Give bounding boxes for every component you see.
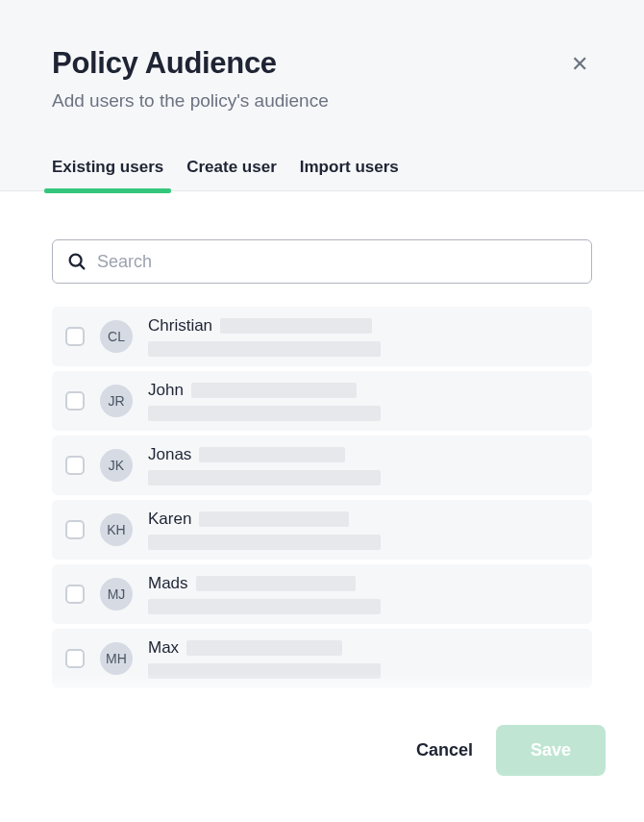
tab-existing-users[interactable]: Existing users — [52, 158, 163, 190]
user-name-line: Karen — [148, 510, 579, 529]
redacted-text — [148, 535, 381, 550]
avatar: JR — [100, 385, 133, 417]
user-checkbox[interactable] — [65, 520, 85, 539]
avatar: KH — [100, 513, 133, 546]
user-name: John — [148, 381, 184, 400]
user-name-line: Jonas — [148, 445, 579, 464]
user-checkbox[interactable] — [65, 391, 85, 411]
redacted-text — [148, 663, 381, 679]
redacted-text — [186, 640, 342, 656]
user-info: Max — [148, 638, 579, 679]
redacted-text — [199, 511, 349, 527]
user-name: Karen — [148, 510, 191, 529]
user-name-line: Christian — [148, 316, 579, 336]
tab-create-user[interactable]: Create user — [186, 158, 277, 190]
search-icon — [66, 251, 87, 272]
cancel-button[interactable]: Cancel — [416, 740, 473, 760]
title-block: Policy Audience Add users to the policy'… — [52, 46, 329, 112]
user-info: Jonas — [148, 445, 579, 486]
page-title: Policy Audience — [52, 46, 329, 81]
header-top: Policy Audience Add users to the policy'… — [52, 46, 592, 112]
redacted-text — [191, 383, 357, 398]
redacted-text — [196, 576, 356, 591]
user-name: Christian — [148, 316, 212, 336]
redacted-text — [220, 318, 372, 334]
user-name: Max — [148, 638, 179, 658]
user-info: Mads — [148, 574, 579, 614]
user-checkbox[interactable] — [65, 649, 85, 668]
user-info: Christian — [148, 316, 579, 357]
user-info: Karen — [148, 510, 579, 550]
tabs: Existing users Create user Import users — [52, 158, 592, 190]
user-row: JK Jonas — [52, 436, 592, 495]
user-checkbox[interactable] — [65, 327, 85, 346]
redacted-text — [148, 599, 381, 614]
user-name: Jonas — [148, 445, 191, 464]
close-button[interactable]: ✕ — [567, 54, 592, 75]
avatar: CL — [100, 320, 133, 353]
avatar: MH — [100, 642, 133, 675]
dialog-footer: Cancel Save — [0, 702, 644, 822]
user-checkbox[interactable] — [65, 585, 85, 604]
svg-line-1 — [80, 264, 84, 268]
dialog-header: Policy Audience Add users to the policy'… — [0, 0, 644, 191]
search-field[interactable] — [52, 239, 592, 284]
redacted-text — [148, 341, 381, 357]
redacted-text — [199, 447, 345, 462]
user-row: JR John — [52, 371, 592, 431]
user-row: KH Karen — [52, 500, 592, 560]
user-row: MJ Mads — [52, 564, 592, 624]
user-name-line: Mads — [148, 574, 579, 593]
user-list: CL Christian JR John JK — [52, 307, 592, 688]
tab-import-users[interactable]: Import users — [300, 158, 399, 190]
avatar: JK — [100, 449, 133, 482]
dialog-content: CL Christian JR John JK — [0, 191, 644, 688]
user-name-line: John — [148, 381, 579, 400]
redacted-text — [148, 470, 381, 486]
close-icon: ✕ — [571, 52, 588, 76]
avatar: MJ — [100, 578, 133, 610]
redacted-text — [148, 406, 381, 421]
page-subtitle: Add users to the policy's audience — [52, 90, 329, 112]
save-button[interactable]: Save — [496, 725, 606, 776]
user-name-line: Max — [148, 638, 579, 658]
user-row: CL Christian — [52, 307, 592, 366]
user-info: John — [148, 381, 579, 421]
user-checkbox[interactable] — [65, 456, 85, 475]
search-input[interactable] — [97, 252, 578, 272]
user-row: MH Max — [52, 629, 592, 688]
user-name: Mads — [148, 574, 188, 593]
